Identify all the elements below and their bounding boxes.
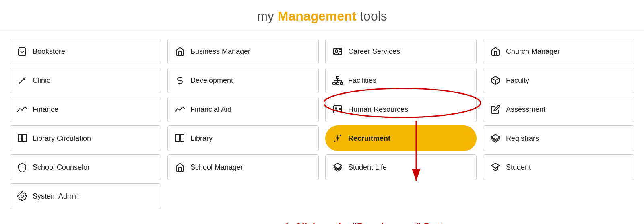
svg-point-2 [21, 195, 23, 197]
gear-icon [17, 191, 28, 201]
page-title: my Management tools [0, 0, 644, 31]
home-icon [174, 47, 186, 56]
network-icon [332, 76, 343, 85]
column-0: BookstoreClinicFinanceLibrary Circulatio… [10, 39, 164, 209]
sparkle-icon [332, 134, 343, 143]
tool-label-registrars: Registrars [506, 134, 539, 143]
svg-point-5 [335, 50, 338, 52]
header-pre: my [257, 9, 278, 23]
tool-btn-career-services[interactable]: Career Services [325, 39, 477, 64]
layers-icon [490, 134, 501, 143]
svg-rect-8 [336, 82, 339, 84]
tool-label-financial-aid: Financial Aid [190, 105, 231, 114]
svg-rect-7 [333, 82, 335, 84]
tool-btn-school-counselor[interactable]: School Counselor [10, 154, 161, 180]
tool-label-library-circulation: Library Circulation [33, 134, 91, 143]
svg-point-20 [334, 141, 336, 142]
tool-btn-registrars[interactable]: Registrars [483, 125, 634, 151]
cart-icon [17, 47, 28, 56]
pencil-square-icon [490, 105, 501, 114]
header-post: tools [356, 9, 387, 23]
tool-btn-human-resources[interactable]: Human Resources [325, 97, 477, 122]
person-list-icon [332, 105, 343, 114]
tool-btn-library-circulation[interactable]: Library Circulation [10, 125, 161, 151]
tool-label-student-life: Student Life [348, 163, 387, 172]
tool-label-school-counselor: School Counselor [33, 163, 90, 172]
svg-point-16 [335, 108, 337, 109]
dollar-icon [174, 76, 186, 85]
shield-icon [17, 162, 28, 172]
finance-icon [17, 105, 28, 114]
tool-btn-development[interactable]: Development [167, 68, 319, 93]
tool-btn-student[interactable]: Student [483, 154, 634, 180]
tool-btn-recruitment[interactable]: Recruitment [325, 125, 477, 151]
tool-btn-clinic[interactable]: Clinic [10, 68, 161, 93]
svg-rect-9 [340, 82, 343, 84]
tools-grid: BookstoreClinicFinanceLibrary Circulatio… [0, 31, 644, 213]
annotation-area: 1. Click on the “Requirement” Button [10, 213, 634, 224]
scalpel-icon [17, 76, 28, 85]
svg-line-1 [19, 77, 25, 84]
tool-label-human-resources: Human Resources [348, 105, 408, 114]
column-1: Business ManagerDevelopmentFinancial Aid… [164, 39, 322, 209]
tool-label-bookstore: Bookstore [33, 47, 65, 56]
person-card-icon [332, 47, 343, 56]
tool-label-recruitment: Recruitment [348, 134, 390, 143]
tool-btn-library[interactable]: Library [167, 125, 319, 151]
tool-label-church-manager: Church Manager [506, 47, 560, 56]
svg-point-19 [340, 135, 341, 136]
tool-label-school-manager: School Manager [190, 163, 243, 172]
tool-btn-financial-aid[interactable]: Financial Aid [167, 97, 319, 122]
tool-label-system-admin: System Admin [33, 192, 79, 201]
cube-icon [490, 76, 501, 85]
layers-icon [332, 162, 343, 172]
tool-label-facilities: Facilities [348, 76, 376, 85]
tool-btn-finance[interactable]: Finance [10, 97, 161, 122]
tool-btn-business-manager[interactable]: Business Manager [167, 39, 319, 64]
graduation-icon [490, 162, 501, 172]
book-icon [17, 134, 28, 143]
tool-btn-system-admin[interactable]: System Admin [10, 183, 161, 209]
tool-btn-school-manager[interactable]: School Manager [167, 154, 319, 180]
tool-label-faculty: Faculty [506, 76, 529, 85]
tool-label-library: Library [190, 134, 213, 143]
tool-label-finance: Finance [33, 105, 58, 114]
tool-label-development: Development [190, 76, 233, 85]
tool-label-student: Student [506, 163, 531, 172]
tool-btn-faculty[interactable]: Faculty [483, 68, 634, 93]
tool-btn-facilities[interactable]: Facilities [325, 68, 477, 93]
tool-btn-church-manager[interactable]: Church Manager [483, 39, 634, 64]
book-icon [174, 134, 186, 143]
header-highlight: Management [278, 9, 357, 23]
tool-btn-assessment[interactable]: Assessment [483, 97, 634, 122]
home-icon [490, 47, 501, 56]
tool-label-clinic: Clinic [33, 76, 50, 85]
annotation-text: 1. Click on the “Requirement” Button [283, 221, 454, 224]
finance-icon [174, 105, 186, 114]
svg-rect-6 [336, 76, 339, 78]
tool-label-business-manager: Business Manager [190, 47, 250, 56]
home-icon [174, 162, 186, 172]
tool-label-career-services: Career Services [348, 47, 400, 56]
tool-label-assessment: Assessment [506, 105, 545, 114]
column-2: Career ServicesFacilitiesHuman Resources… [322, 39, 480, 209]
column-3: Church ManagerFacultyAssessmentRegistrar… [480, 39, 634, 209]
tool-btn-student-life[interactable]: Student Life [325, 154, 477, 180]
tool-btn-bookstore[interactable]: Bookstore [10, 39, 161, 64]
